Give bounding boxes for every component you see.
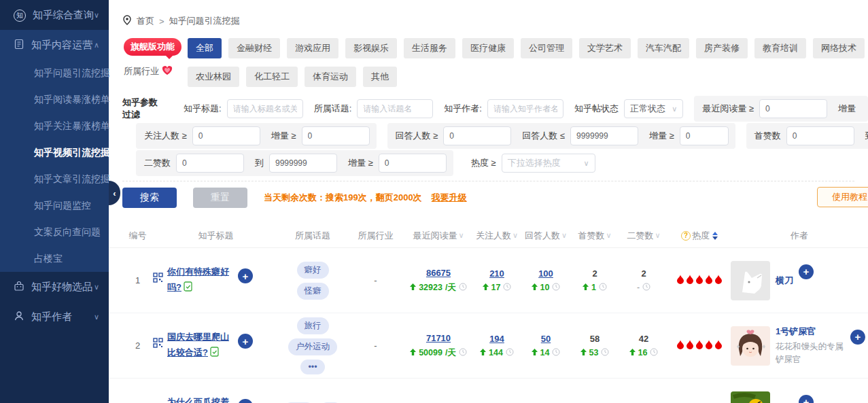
qr-icon[interactable] bbox=[153, 338, 163, 350]
column-header[interactable]: 最近阅读量∨ bbox=[404, 230, 472, 242]
upgrade-link[interactable]: 我要升级 bbox=[432, 192, 467, 204]
sidebar-item-3[interactable]: 知乎作者 ∨ bbox=[0, 302, 109, 332]
second-like-increment-input[interactable] bbox=[379, 154, 447, 173]
metric-value-link[interactable]: 71710 bbox=[404, 333, 472, 343]
follow-author-button[interactable]: + bbox=[799, 395, 814, 403]
sidebar-group: 知 知乎综合查询 ∨ bbox=[0, 0, 109, 30]
industry-tab[interactable]: 房产装修 bbox=[696, 38, 748, 58]
question-title-link[interactable]: 你们有特殊癖好吗? bbox=[167, 264, 234, 296]
industry-tab[interactable]: 文学艺术 bbox=[579, 38, 631, 58]
title-filter-input[interactable] bbox=[227, 99, 303, 118]
status-filter-label: 知乎帖状态 bbox=[574, 103, 619, 115]
girl-cartoon-avatar[interactable] bbox=[731, 326, 770, 366]
industry-tab[interactable]: 医疗健康 bbox=[462, 38, 514, 58]
sidebar-subitem-2[interactable]: 知乎关注暴涨榜单 bbox=[0, 113, 109, 139]
author-filter-label: 知乎作者: bbox=[444, 103, 482, 115]
column-header[interactable]: 关注人数∨ bbox=[472, 230, 521, 242]
question-title-link[interactable]: 为什么西瓜挖着 bbox=[167, 395, 234, 403]
industry-tab[interactable]: 化工轻工 bbox=[246, 67, 298, 87]
metric-value-link[interactable]: 86675 bbox=[404, 268, 472, 278]
sort-caret-icon[interactable]: ∨ bbox=[458, 231, 464, 240]
up-arrow-icon bbox=[629, 348, 636, 357]
qr-icon[interactable] bbox=[153, 273, 163, 285]
sidebar-subitem-1[interactable]: 知乎阅读暴涨榜单 bbox=[0, 86, 109, 113]
topic-tag[interactable]: 户外运动 bbox=[288, 338, 337, 355]
industry-tab[interactable]: 影视娱乐 bbox=[345, 38, 397, 58]
sidebar-subitem-0[interactable]: 知乎问题引流挖掘 bbox=[0, 60, 109, 86]
author-name-link[interactable]: 1号铲屎官 bbox=[776, 326, 845, 338]
sidebar-subitem-4[interactable]: 知乎文章引流挖掘 bbox=[0, 166, 109, 192]
search-button[interactable]: 搜索 bbox=[122, 188, 177, 208]
author-filter-input[interactable] bbox=[487, 99, 563, 118]
chick-cartoon-avatar[interactable] bbox=[731, 391, 770, 403]
industry-tab[interactable]: 农业林园 bbox=[188, 67, 239, 87]
read-increment-label: 增量 bbox=[838, 103, 856, 115]
sort-caret-icon[interactable]: ∨ bbox=[561, 231, 567, 240]
industry-tab[interactable]: 生活服务 bbox=[404, 38, 455, 58]
reset-button[interactable]: 重置 bbox=[193, 188, 247, 208]
industry-tab[interactable]: 其他 bbox=[363, 67, 397, 87]
sidebar-subitem-3[interactable]: 知乎视频引流挖掘 bbox=[0, 139, 109, 166]
answer-max-input[interactable] bbox=[570, 126, 638, 145]
sort-caret-icon[interactable]: ∨ bbox=[655, 231, 660, 240]
tutorial-button[interactable]: 使用教程 bbox=[817, 187, 868, 207]
topic-tag[interactable]: 怪癖 bbox=[297, 283, 329, 300]
follow-author-button[interactable]: + bbox=[799, 264, 814, 279]
industry-tab[interactable]: 公司管理 bbox=[521, 38, 572, 58]
sidebar-item-0[interactable]: 知 知乎综合查询 ∨ bbox=[0, 0, 109, 30]
title-cell: 为什么西瓜挖着 + bbox=[153, 395, 279, 403]
dog-sketch-avatar[interactable] bbox=[731, 261, 770, 300]
column-header[interactable]: ?热度 bbox=[668, 230, 731, 242]
sort-caret-icon[interactable]: ∨ bbox=[513, 231, 518, 240]
sidebar-item-2[interactable]: 知乎好物选品 ∨ bbox=[0, 272, 109, 302]
sidebar-subitem-6[interactable]: 文案反向查问题 bbox=[0, 219, 109, 245]
metric-cell: 71710 50099/天 bbox=[404, 333, 472, 359]
heat-help-icon[interactable]: ? bbox=[681, 231, 691, 241]
read-count-input[interactable] bbox=[759, 99, 827, 118]
doc-check-icon[interactable] bbox=[210, 347, 219, 362]
doc-check-icon[interactable] bbox=[184, 281, 192, 296]
metric-value-link[interactable]: 100 bbox=[521, 268, 570, 279]
column-header[interactable]: 首赞数∨ bbox=[570, 230, 619, 242]
answer-increment-input[interactable] bbox=[680, 126, 729, 145]
metric-value-link[interactable]: 210 bbox=[472, 268, 521, 279]
topic-tag[interactable]: 癖好 bbox=[297, 262, 329, 279]
heat-select[interactable]: 下拉选择热度 ∨ bbox=[502, 154, 595, 173]
metric-cell: 42 16 bbox=[619, 334, 668, 358]
metric-value-link[interactable]: 50 bbox=[521, 334, 570, 344]
industry-tab[interactable]: 金融财经 bbox=[228, 38, 280, 58]
industry-tab[interactable]: 游戏应用 bbox=[287, 38, 338, 58]
author-name-link[interactable]: 横刀 bbox=[776, 275, 793, 287]
status-select[interactable]: 正常状态 ∨ bbox=[624, 99, 683, 118]
add-monitor-button[interactable]: + bbox=[238, 399, 253, 403]
industry-tab[interactable]: 汽车汽配 bbox=[638, 38, 689, 58]
follow-author-button[interactable]: + bbox=[850, 330, 865, 345]
sidebar-subitem-5[interactable]: 知乎问题监控 bbox=[0, 192, 109, 219]
metric-value-link[interactable]: 194 bbox=[472, 334, 521, 344]
follow-count-input[interactable] bbox=[192, 126, 260, 145]
topic-tag[interactable]: 旅行 bbox=[297, 317, 329, 334]
breadcrumb-home[interactable]: 首页 bbox=[137, 15, 154, 27]
topic-tag[interactable]: ••• bbox=[300, 360, 324, 374]
first-like-from-input[interactable] bbox=[786, 126, 854, 145]
follow-increment-input[interactable] bbox=[302, 126, 370, 145]
table-body: 1 你们有特殊癖好吗? + 癖好怪癖 - 86675 32923/天 210 1… bbox=[109, 248, 868, 403]
industry-tab[interactable]: 全部 bbox=[188, 38, 222, 58]
topic-filter-input[interactable] bbox=[357, 99, 433, 118]
industry-tab[interactable]: 教育培训 bbox=[754, 38, 806, 58]
sidebar-item-1[interactable]: 知乎内容运营 ∧ bbox=[0, 30, 109, 60]
sort-updown-icon[interactable] bbox=[712, 232, 718, 240]
industry-tab[interactable]: 网络技术 bbox=[813, 38, 865, 58]
answer-min-input[interactable] bbox=[443, 126, 511, 145]
industry-tab[interactable]: 体育运动 bbox=[305, 67, 356, 87]
column-header[interactable]: 二赞数∨ bbox=[619, 230, 668, 242]
per-day-label: /天 bbox=[445, 282, 456, 294]
sidebar-subitem-7[interactable]: 占楼宝 bbox=[0, 245, 109, 272]
second-like-to-input[interactable] bbox=[269, 154, 337, 173]
column-header[interactable]: 回答人数∨ bbox=[521, 230, 570, 242]
add-monitor-button[interactable]: + bbox=[238, 268, 253, 283]
add-monitor-button[interactable]: + bbox=[238, 334, 253, 349]
sort-caret-icon[interactable]: ∨ bbox=[606, 231, 611, 240]
second-like-from-input[interactable] bbox=[176, 154, 244, 173]
question-title-link[interactable]: 国庆去哪里爬山比较合适? bbox=[167, 330, 234, 361]
